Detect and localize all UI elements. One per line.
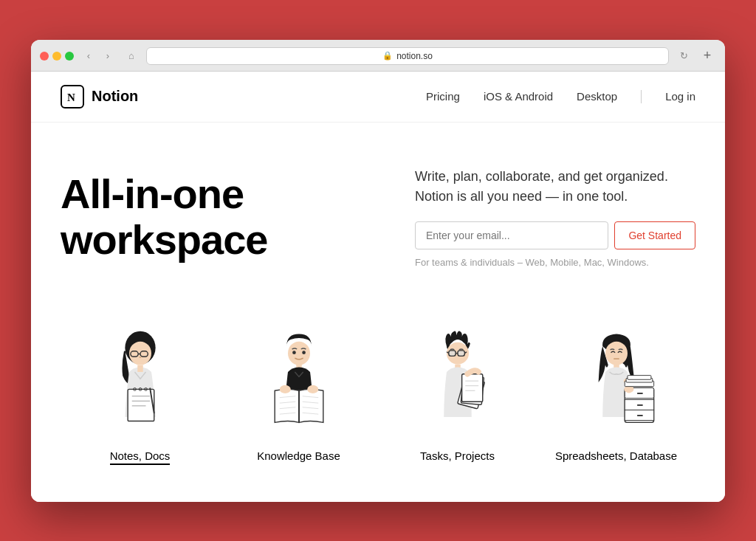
browser-chrome: ‹ › ⌂ 🔒 notion.so ↻ + — [31, 40, 725, 72]
brand-name: Notion — [92, 88, 138, 105]
svg-text:N: N — [67, 92, 75, 103]
minimize-button[interactable] — [52, 52, 61, 61]
home-button[interactable]: ⌂ — [123, 48, 140, 64]
hero-title-line2: workspace — [61, 216, 268, 263]
close-button[interactable] — [40, 52, 49, 61]
new-tab-button[interactable]: + — [698, 48, 716, 64]
nav-ios-android[interactable]: iOS & Android — [484, 90, 553, 103]
notion-logo-icon: N — [61, 85, 84, 108]
feature-spreadsheets-label[interactable]: Spreadsheets, Database — [555, 449, 677, 462]
hero-section: All-in-one workspace Write, plan, collab… — [31, 123, 725, 305]
hero-subtitle: Write, plan, collaborate, and get organi… — [415, 167, 695, 207]
tasks-projects-illustration — [406, 320, 509, 438]
hero-note: For teams & individuals – Web, Mobile, M… — [415, 257, 695, 268]
lock-icon: 🔒 — [382, 51, 393, 61]
forward-button[interactable]: › — [99, 48, 117, 64]
svg-point-30 — [307, 385, 318, 393]
svg-rect-32 — [448, 350, 455, 356]
hero-title-line1: All-in-one — [61, 170, 244, 217]
svg-point-29 — [279, 385, 290, 393]
navbar-links: Pricing iOS & Android Desktop Log in — [426, 90, 695, 103]
nav-buttons: ‹ › — [80, 48, 117, 64]
feature-notes-docs-label[interactable]: Notes, Docs — [110, 449, 171, 465]
svg-rect-15 — [137, 365, 143, 371]
knowledge-base-illustration — [247, 320, 351, 438]
maximize-button[interactable] — [65, 52, 74, 61]
feature-knowledge-base-label[interactable]: Knowledge Base — [257, 449, 340, 462]
feature-tasks-projects: Tasks, Projects — [378, 320, 537, 465]
brand-logo[interactable]: N Notion — [61, 85, 138, 108]
feature-tasks-projects-label[interactable]: Tasks, Projects — [420, 449, 495, 462]
spreadsheets-illustration — [565, 320, 668, 438]
back-button[interactable]: ‹ — [80, 48, 97, 64]
svg-point-17 — [292, 351, 296, 354]
feature-knowledge-base: Knowledge Base — [219, 320, 378, 465]
features-section: Notes, Docs — [31, 305, 725, 502]
page-content: N Notion Pricing iOS & Android Desktop L… — [31, 72, 725, 502]
feature-notes-docs: Notes, Docs — [61, 320, 219, 465]
notes-docs-illustration — [89, 320, 192, 438]
feature-spreadsheets: Spreadsheets, Database — [537, 320, 695, 465]
svg-point-18 — [302, 351, 306, 354]
hero-title: All-in-one workspace — [61, 171, 371, 262]
get-started-button[interactable]: Get Started — [614, 221, 695, 249]
svg-rect-40 — [461, 373, 482, 402]
email-form: Get Started — [415, 221, 695, 249]
svg-rect-57 — [628, 375, 651, 379]
navbar: N Notion Pricing iOS & Android Desktop L… — [31, 72, 725, 123]
svg-point-44 — [605, 341, 628, 365]
url-text: notion.so — [396, 51, 433, 61]
nav-desktop[interactable]: Desktop — [577, 90, 617, 103]
traffic-lights — [40, 52, 74, 61]
svg-rect-7 — [128, 389, 154, 421]
address-bar[interactable]: 🔒 notion.so — [146, 47, 669, 65]
email-input[interactable] — [415, 221, 608, 249]
nav-pricing[interactable]: Pricing — [426, 90, 460, 103]
refresh-button[interactable]: ↻ — [675, 48, 693, 64]
svg-point-16 — [288, 341, 310, 365]
browser-window: ‹ › ⌂ 🔒 notion.so ↻ + N Notion — [31, 40, 725, 502]
svg-rect-33 — [458, 350, 464, 356]
hero-right: Write, plan, collaborate, and get organi… — [415, 167, 695, 268]
nav-login[interactable]: Log in — [665, 90, 695, 103]
nav-divider — [641, 90, 642, 103]
